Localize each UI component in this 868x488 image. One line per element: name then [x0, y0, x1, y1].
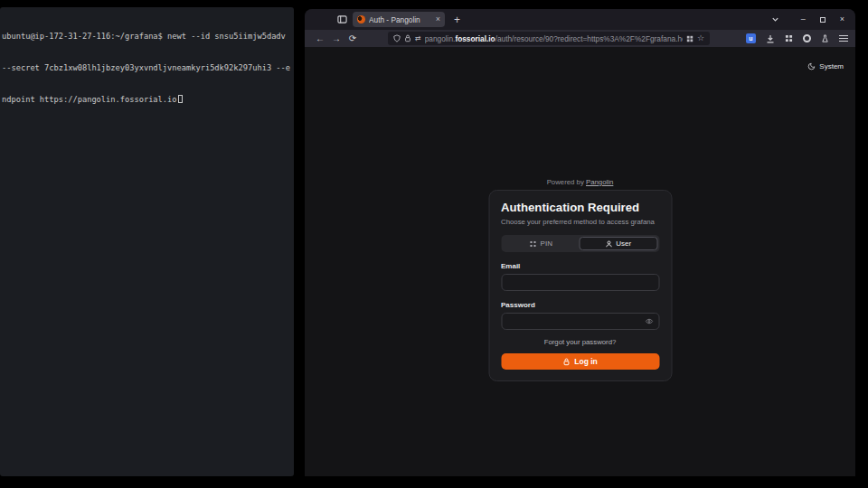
permissions-switch-icon[interactable]: ⇄ [415, 35, 421, 42]
tab-pin-label: PIN [541, 239, 552, 248]
password-wrap [501, 309, 659, 330]
pangolin-link[interactable]: Pangolin [586, 178, 613, 186]
auth-card-title: Authentication Required [501, 201, 659, 214]
forward-button[interactable]: → [328, 34, 344, 43]
terminal-line: --secret 7cbz1xw08lh1jbzey03yxvndljvneam… [2, 63, 292, 74]
navigation-toolbar: ← → ⟳ ⇄ pangolin.fossorial.io/auth/resou… [305, 30, 855, 47]
email-label: Email [501, 262, 659, 270]
minimize-button[interactable]: – [801, 15, 806, 23]
extensions-grid-icon[interactable] [785, 34, 793, 42]
terminal-line: ubuntu@ip-172-31-27-116:~/grafana$ newt … [2, 32, 292, 42]
toolbar-extensions-area: u [746, 33, 848, 43]
menu-hamburger-icon[interactable] [839, 35, 848, 42]
auth-card: Authentication Required Choose your pref… [488, 190, 672, 381]
url-domain: fossorial.io [455, 34, 495, 43]
firefox-view-icon[interactable] [337, 14, 347, 24]
login-button[interactable]: Log in [501, 353, 659, 370]
tab-close-icon[interactable]: × [436, 15, 440, 23]
container-grid-icon[interactable] [686, 35, 693, 42]
new-tab-button[interactable]: + [454, 14, 460, 26]
bookmark-star-icon[interactable]: ☆ [697, 34, 704, 42]
url-text: pangolin.fossorial.io/auth/resource/90?r… [425, 34, 683, 43]
terminal-cursor [178, 95, 183, 103]
url-bar[interactable]: ⇄ pangolin.fossorial.io/auth/resource/90… [388, 32, 710, 45]
url-prefix: pangolin. [425, 34, 456, 43]
https-lock-icon[interactable] [404, 34, 411, 42]
forgot-password-link[interactable]: Forgot your password? [501, 338, 659, 346]
login-button-label: Log in [574, 357, 598, 366]
downloads-icon[interactable] [766, 34, 775, 43]
close-window-button[interactable]: × [840, 15, 844, 23]
back-button[interactable]: ← [312, 34, 328, 43]
extension-icon[interactable] [821, 34, 829, 43]
tab-user-label: User [616, 239, 631, 248]
moon-icon [807, 62, 816, 70]
terminal-line: ndpoint https://pangolin.fossorial.io [2, 95, 292, 106]
account-icon[interactable] [803, 34, 811, 42]
reload-button[interactable]: ⟳ [344, 34, 361, 43]
tracking-protection-shield-icon[interactable] [393, 34, 401, 42]
tab-user[interactable]: User [580, 237, 658, 250]
page-content: System Powered by Pangolin Authenticatio… [305, 47, 855, 476]
user-icon [605, 240, 612, 248]
terminal-pane[interactable]: ubuntu@ip-172-31-27-116:~/grafana$ newt … [0, 7, 294, 476]
pin-keypad-icon [530, 240, 537, 248]
maximize-button[interactable] [820, 17, 826, 23]
url-path: /auth/resource/90?redirect=https%3A%2F%2… [495, 34, 683, 43]
tab-title: Auth - Pangolin [369, 15, 432, 24]
password-field[interactable] [501, 313, 659, 330]
lock-icon [562, 358, 570, 366]
powered-by: Powered by Pangolin [305, 178, 855, 186]
theme-toggle[interactable]: System [807, 62, 844, 70]
tab-list-chevron-icon[interactable] [771, 15, 779, 23]
pangolin-favicon [357, 15, 365, 23]
email-field[interactable] [501, 274, 659, 291]
theme-toggle-label: System [819, 62, 844, 70]
auth-card-subtitle: Choose your preferred method to access g… [501, 218, 659, 226]
password-label: Password [501, 301, 659, 309]
tab-pin[interactable]: PIN [503, 237, 580, 250]
browser-tab[interactable]: Auth - Pangolin × [353, 12, 445, 27]
browser-window: Auth - Pangolin × + – × ← → ⟳ ⇄ pangolin… [305, 9, 855, 476]
auth-method-tabs: PIN User [501, 235, 659, 252]
show-password-eye-icon[interactable] [645, 318, 653, 324]
extension-shield-icon[interactable]: u [746, 33, 756, 43]
tab-strip: Auth - Pangolin × + – × [305, 9, 855, 30]
window-controls: – × [801, 15, 844, 23]
